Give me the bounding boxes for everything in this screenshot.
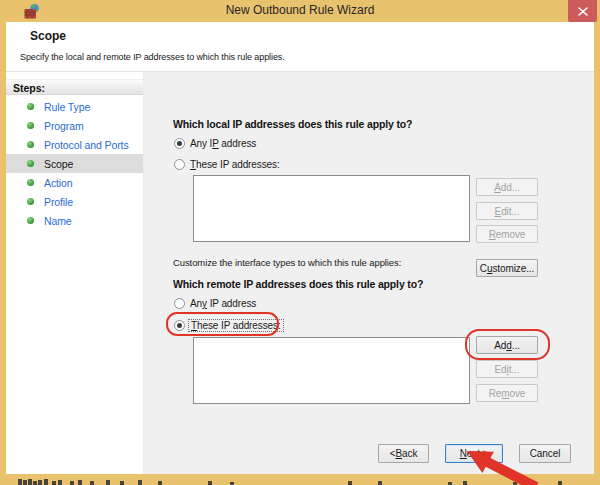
radio-icon (174, 298, 185, 309)
step-bullet-icon (27, 122, 34, 129)
cancel-button[interactable]: Cancel (519, 444, 571, 463)
local-these-ips-radio[interactable]: These IP addresses: (174, 158, 280, 171)
local-any-ip-radio[interactable]: Any IP address (174, 137, 256, 150)
local-ip-listbox[interactable] (193, 175, 470, 242)
local-add-button[interactable]: Add... (476, 178, 538, 196)
step-scope-current[interactable]: Scope (6, 154, 143, 173)
page-title: Scope (30, 29, 66, 43)
page-header: Scope Specify the local and remote IP ad… (6, 22, 594, 72)
screen: New Outbound Rule Wizard Scope Specify t… (0, 0, 600, 485)
step-bullet-icon (27, 103, 34, 110)
local-ip-question: Which local IP addresses does this rule … (173, 118, 412, 130)
step-program[interactable]: Program (6, 116, 143, 135)
step-profile[interactable]: Profile (6, 192, 143, 211)
wizard-dialog: Scope Specify the local and remote IP ad… (6, 22, 594, 474)
remote-any-ip-radio[interactable]: Any IP address (174, 297, 256, 310)
title-bar[interactable]: New Outbound Rule Wizard (0, 0, 600, 22)
next-button[interactable]: Next > (445, 444, 503, 463)
close-button[interactable] (568, 0, 597, 22)
remote-ip-listbox[interactable] (193, 337, 470, 404)
remote-these-ips-radio[interactable]: These IP addresses: (174, 319, 284, 332)
radio-icon (174, 138, 185, 149)
radio-icon (174, 320, 185, 331)
radio-icon (174, 159, 185, 170)
back-button[interactable]: < Back (378, 444, 429, 463)
window-title: New Outbound Rule Wizard (0, 3, 600, 17)
step-bullet-icon (27, 198, 34, 205)
local-edit-button[interactable]: Edit... (476, 202, 538, 220)
step-bullet-icon (27, 141, 34, 148)
step-bullet-icon (27, 160, 34, 167)
customize-button[interactable]: Customize... (476, 259, 538, 277)
remote-ip-question: Which remote IP addresses does this rule… (173, 278, 423, 290)
main-pane: Which local IP addresses does this rule … (144, 72, 594, 474)
step-bullet-icon (27, 179, 34, 186)
remote-edit-button[interactable]: Edit... (476, 360, 538, 378)
customize-interface-label: Customize the interface types to which t… (173, 257, 401, 268)
step-bullet-icon (27, 217, 34, 224)
local-remove-button[interactable]: Remove (476, 225, 538, 243)
step-name[interactable]: Name (6, 211, 143, 230)
remote-remove-button[interactable]: Remove (476, 384, 538, 402)
clipped-background-text (18, 479, 22, 485)
step-rule-type[interactable]: Rule Type (6, 97, 143, 116)
remote-add-button[interactable]: Add... (476, 336, 538, 354)
page-description: Specify the local and remote IP addresse… (20, 52, 285, 62)
steps-heading: Steps: (6, 79, 143, 95)
step-action[interactable]: Action (6, 173, 143, 192)
step-protocol-and-ports[interactable]: Protocol and Ports (6, 135, 143, 154)
steps-sidebar: Steps: Rule Type Program Protocol and Po… (6, 72, 144, 474)
close-icon (578, 7, 588, 16)
